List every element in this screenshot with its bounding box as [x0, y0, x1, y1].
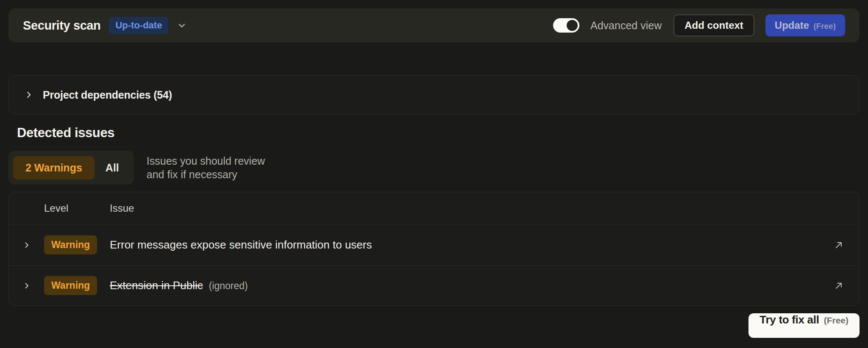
topbar-title-group: Security scan Up-to-date — [23, 17, 187, 34]
chevron-right-icon[interactable] — [9, 282, 44, 290]
ignored-label: (ignored) — [209, 280, 248, 292]
table-row[interactable]: Warning Extension in Public (ignored) — [9, 265, 859, 305]
filter-all-tab[interactable]: All — [95, 156, 129, 180]
issues-table-header: Level Issue — [9, 192, 859, 224]
issue-title-ignored: Extension in Public — [110, 279, 203, 292]
advanced-view-toggle[interactable] — [553, 18, 579, 33]
issues-filter-row: 2 Warnings All Issues you should review … — [8, 151, 265, 185]
warning-level-badge: Warning — [44, 235, 97, 254]
filter-warnings-tab[interactable]: 2 Warnings — [13, 156, 95, 180]
issues-table: Level Issue Warning Error messages expos… — [8, 192, 860, 306]
topbar-actions: Advanced view Add context Update (Free) — [553, 14, 845, 36]
status-badge: Up-to-date — [109, 17, 168, 34]
detected-issues-heading: Detected issues — [17, 125, 114, 141]
warning-level-badge: Warning — [44, 276, 97, 295]
column-level: Level — [44, 202, 110, 214]
advanced-view-label: Advanced view — [590, 19, 662, 32]
issue-filter-group: 2 Warnings All — [8, 151, 134, 185]
toggle-knob — [567, 20, 578, 31]
chevron-right-icon[interactable] — [24, 90, 33, 99]
project-dependencies-label: Project dependencies (54) — [43, 89, 172, 101]
try-fix-all-label: Try to fix all — [760, 313, 819, 326]
page-title: Security scan — [23, 19, 100, 33]
try-fix-all-button[interactable]: Try to fix all (Free) — [748, 313, 860, 338]
try-fix-all-free-label: (Free) — [824, 315, 849, 326]
topbar: Security scan Up-to-date Advanced view A… — [8, 8, 860, 42]
issue-title: Error messages expose sensitive informat… — [110, 238, 372, 251]
open-issue-arrow-icon[interactable] — [818, 240, 859, 251]
update-free-label: (Free) — [813, 22, 836, 31]
update-button[interactable]: Update (Free) — [765, 14, 845, 36]
project-dependencies-row[interactable]: Project dependencies (54) — [8, 75, 860, 114]
open-issue-arrow-icon[interactable] — [818, 280, 859, 291]
add-context-button[interactable]: Add context — [673, 14, 754, 36]
chevron-down-icon[interactable] — [177, 20, 187, 30]
update-button-label: Update — [775, 19, 809, 31]
table-row[interactable]: Warning Error messages expose sensitive … — [9, 224, 859, 265]
issues-description: Issues you should review and fix if nece… — [147, 154, 265, 181]
column-issue: Issue — [110, 202, 818, 214]
chevron-right-icon[interactable] — [9, 241, 44, 249]
